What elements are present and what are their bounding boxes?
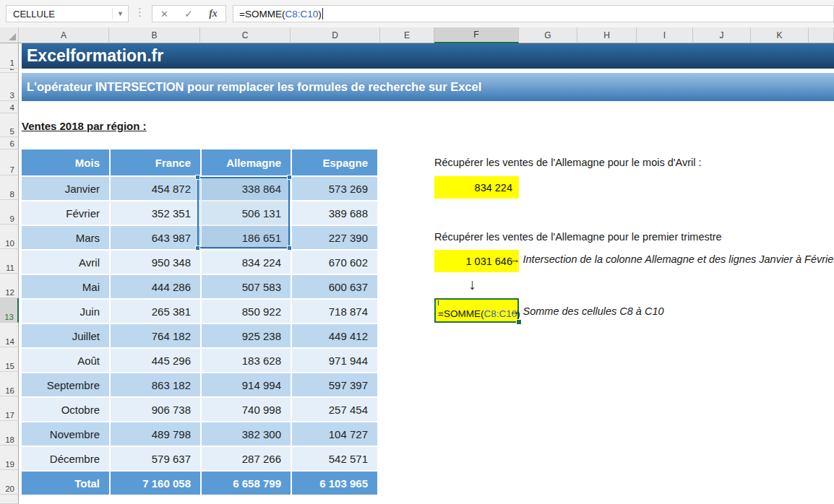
value-cell[interactable]: 971 944 [291, 347, 377, 372]
column-header-J[interactable]: J [693, 27, 751, 43]
column-header-D[interactable]: D [291, 27, 380, 43]
value-cell[interactable]: 863 182 [109, 372, 200, 396]
month-cell[interactable]: Juin [22, 298, 109, 323]
value-cell[interactable]: 597 397 [291, 372, 377, 396]
value-cell[interactable]: 834 224 [200, 249, 291, 274]
row-header-18[interactable]: 18 [0, 421, 19, 446]
row-header-17[interactable]: 17 [0, 396, 19, 421]
value-cell[interactable]: 850 922 [200, 298, 291, 323]
column-header-partial[interactable] [809, 27, 834, 43]
row-header-3[interactable]: 3 [0, 73, 19, 101]
table-header-cell[interactable]: Allemagne [200, 149, 291, 175]
value-cell[interactable]: 670 602 [291, 249, 377, 274]
value-cell[interactable]: 764 182 [109, 323, 200, 347]
value-cell[interactable]: 382 300 [200, 421, 291, 446]
row-header-6[interactable]: 6 [0, 137, 19, 149]
column-header-F[interactable]: F [434, 27, 519, 43]
month-cell[interactable]: Octobre [22, 396, 109, 421]
value-cell[interactable]: 740 998 [200, 396, 291, 421]
table-header-cell[interactable]: Mois [22, 149, 109, 175]
month-cell[interactable]: Juillet [22, 323, 109, 347]
row-header-16[interactable]: 16 [0, 372, 19, 396]
value-cell[interactable]: 600 637 [291, 274, 377, 298]
value-cell[interactable]: 104 727 [291, 421, 377, 446]
range-handle-bottom-left[interactable] [195, 246, 200, 251]
fill-handle[interactable] [516, 319, 522, 325]
value-cell[interactable]: 542 571 [291, 446, 377, 470]
column-header-A[interactable]: A [19, 27, 109, 43]
value-cell[interactable]: 227 390 [291, 225, 377, 249]
month-cell[interactable]: Août [22, 347, 109, 372]
value-cell[interactable]: 449 412 [291, 323, 377, 347]
month-cell[interactable]: Novembre [22, 421, 109, 446]
column-header-B[interactable]: B [109, 27, 200, 43]
total-cell[interactable]: 7 160 058 [109, 470, 200, 495]
value-cell[interactable]: 925 238 [200, 323, 291, 347]
total-cell[interactable]: Total [22, 470, 109, 495]
total-cell[interactable]: 6 658 799 [200, 470, 291, 495]
row-header-partial[interactable] [0, 495, 19, 504]
row-header-10[interactable]: 10 [0, 225, 19, 249]
row-header-19[interactable]: 19 [0, 446, 19, 470]
month-cell[interactable]: Janvier [22, 175, 109, 200]
value-cell[interactable]: 579 637 [109, 446, 200, 470]
cancel-icon[interactable]: ✕ [160, 9, 168, 19]
value-cell[interactable]: 265 381 [109, 298, 200, 323]
name-box-dropdown-icon[interactable]: ▼ [112, 8, 124, 19]
value-cell[interactable]: 257 454 [291, 396, 377, 421]
formula-edit-cell[interactable]: =SOMME(C8:C10) [434, 298, 519, 323]
value-cell[interactable]: 183 628 [200, 347, 291, 372]
column-header-H[interactable]: H [577, 27, 637, 43]
table-header-cell[interactable]: France [109, 149, 200, 175]
total-cell[interactable]: 6 103 965 [291, 470, 377, 495]
value-cell[interactable]: 914 994 [200, 372, 291, 396]
column-header-I[interactable]: I [637, 27, 693, 43]
formula-input[interactable]: =SOMME(C8:C10) [233, 5, 834, 22]
row-header-8[interactable]: 8 [0, 175, 19, 200]
column-header-E[interactable]: E [380, 27, 434, 43]
range-handle-top-right[interactable] [287, 175, 292, 180]
value-cell[interactable]: 507 583 [200, 274, 291, 298]
range-handle-top-left[interactable] [195, 175, 200, 180]
value-cell[interactable]: 573 269 [291, 175, 377, 200]
enter-icon[interactable]: ✓ [184, 8, 193, 19]
insert-function-icon[interactable]: fx [209, 8, 218, 19]
value-cell[interactable]: 454 872 [109, 175, 200, 200]
value-cell[interactable]: 643 987 [109, 225, 200, 249]
row-header-11[interactable]: 11 [0, 249, 19, 274]
column-header-K[interactable]: K [751, 27, 809, 43]
row-header-12[interactable]: 12 [0, 274, 19, 298]
row-header-5[interactable]: 5 [0, 113, 19, 137]
q1-value-cell[interactable]: 1 031 646 [434, 250, 519, 272]
row-header-4[interactable]: 4 [0, 101, 19, 113]
month-cell[interactable]: Décembre [22, 446, 109, 470]
row-header-7[interactable]: 7 [0, 149, 19, 175]
value-cell[interactable]: 906 738 [109, 396, 200, 421]
month-cell[interactable]: Mai [22, 274, 109, 298]
range-handle-bottom-right[interactable] [287, 246, 292, 251]
value-cell[interactable]: 718 874 [291, 298, 377, 323]
row-header-1[interactable]: 1 [0, 43, 19, 69]
value-cell[interactable]: 389 688 [291, 200, 377, 225]
select-all-corner[interactable] [0, 27, 19, 43]
month-cell[interactable]: Mars [22, 225, 109, 249]
value-cell[interactable]: 445 296 [109, 347, 200, 372]
row-header-20[interactable]: 20 [0, 470, 19, 495]
row-header-9[interactable]: 9 [0, 200, 19, 225]
value-cell[interactable]: 287 266 [200, 446, 291, 470]
column-header-G[interactable]: G [519, 27, 577, 43]
month-cell[interactable]: Avril [22, 249, 109, 274]
column-header-C[interactable]: C [200, 27, 291, 43]
value-cell[interactable]: 950 348 [109, 249, 200, 274]
row-header-13[interactable]: 13 [0, 298, 19, 323]
month-cell[interactable]: Septembre [22, 372, 109, 396]
table-header-cell[interactable]: Espagne [291, 149, 377, 175]
row-header-15[interactable]: 15 [0, 347, 19, 372]
value-cell[interactable]: 489 798 [109, 421, 200, 446]
name-box[interactable]: CELLULE ▼ [6, 5, 129, 22]
april-value-cell[interactable]: 834 224 [434, 176, 519, 199]
value-cell[interactable]: 352 351 [109, 200, 200, 225]
value-cell[interactable]: 444 286 [109, 274, 200, 298]
month-cell[interactable]: Février [22, 200, 109, 225]
row-header-14[interactable]: 14 [0, 323, 19, 347]
